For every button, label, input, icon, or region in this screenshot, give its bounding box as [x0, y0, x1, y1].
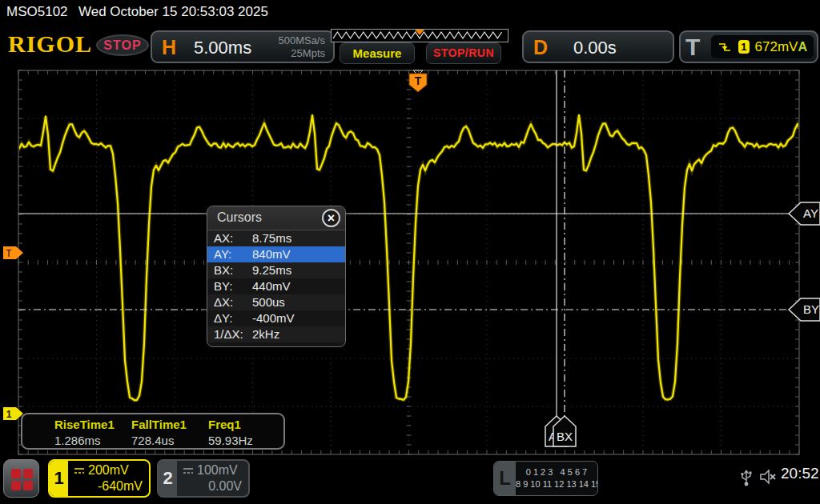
trigger-mode: A [798, 40, 807, 54]
stop-run-button[interactable]: STOP/RUN [426, 42, 501, 64]
delay-value: 0.00s [573, 38, 617, 58]
logic-channels-indicator[interactable]: L 0 1 2 3 4 5 6 78 9 10 11 12 13 14 15 [493, 461, 598, 496]
falling-edge-icon [718, 41, 730, 54]
delay-panel[interactable]: D 0.00s [522, 30, 674, 63]
svg-text:T: T [6, 248, 12, 259]
trigger-label: T [685, 34, 700, 61]
svg-text:T: T [415, 74, 422, 87]
dc-coupling-icon [74, 466, 86, 475]
timebase-value: 5.00ms [194, 38, 251, 58]
horizontal-label: H [162, 36, 176, 59]
cursor-row-ay-selected[interactable]: AY:840mV [207, 246, 345, 262]
svg-text:1: 1 [6, 409, 12, 420]
logic-channel-numbers: 0 1 2 3 4 5 6 78 9 10 11 12 13 14 15 [516, 462, 597, 495]
datetime: Wed October 15 20:53:03 2025 [78, 4, 268, 20]
cursors-dialog-title: Cursors [217, 210, 262, 225]
measure-button[interactable]: Measure [340, 42, 415, 64]
bottom-bar: 1 200mV -640mV 2 100mV 0.00V L 0 1 2 3 4… [0, 456, 820, 504]
cursor-row-by[interactable]: BY:440mV [207, 278, 345, 294]
svg-text:AY: AY [803, 206, 818, 220]
rigol-logo: RIGOL [8, 30, 92, 58]
menu-grid-button[interactable] [3, 459, 39, 498]
speaker-muted-icon[interactable] [758, 467, 778, 486]
grid-icon [11, 469, 33, 490]
cursor-row-dx[interactable]: ΔX:500us [207, 294, 345, 310]
trigger-panel[interactable]: T 1 672mV A [679, 30, 818, 63]
cursors-dialog-titlebar[interactable]: Cursors × [207, 206, 345, 230]
cursor-row-ax[interactable]: AX:8.75ms [207, 230, 345, 246]
samplerate-memdepth: 500MSa/s25Mpts [278, 34, 325, 60]
channel2-indicator[interactable]: 2 100mV 0.00V [157, 459, 250, 498]
clock: 20:52 [781, 465, 819, 482]
channel2-tab: 2 [159, 461, 177, 496]
usb-icon [740, 467, 753, 488]
titlebar: MSO5102 Wed October 15 20:53:03 2025 [0, 0, 820, 24]
run-state-badge: STOP [96, 34, 149, 56]
trigger-level-value: 672mV [755, 39, 798, 55]
svg-text:BY: BY [803, 302, 819, 316]
channel1-tab: 1 [50, 461, 68, 496]
cursor-row-bx[interactable]: BX:9.25ms [207, 262, 345, 278]
header-bar: RIGOL STOP H 5.00ms 500MSa/s25Mpts Measu… [0, 24, 820, 67]
model-name: MSO5102 [6, 4, 68, 20]
memory-position-marker-icon[interactable] [415, 30, 424, 35]
channel1-indicator[interactable]: 1 200mV -640mV [48, 459, 151, 498]
channel1-readout: 200mV -640mV [68, 461, 149, 496]
waveform-display[interactable]: AYBYAXBXTT1 [0, 67, 820, 461]
close-icon[interactable]: × [322, 209, 340, 227]
measurement-falltime[interactable]: FallTime1 728.4us [122, 414, 199, 448]
svg-text:BX: BX [557, 430, 573, 443]
trigger-source-badge: 1 [738, 40, 750, 54]
measurement-freq[interactable]: Freq1 59.93Hz [199, 414, 275, 448]
measurement-risetime[interactable]: RiseTime1 1.286ms [45, 414, 122, 448]
cursor-row-inv-dx[interactable]: 1/ΔX:2kHz [207, 326, 345, 342]
dc-coupling-icon [183, 466, 195, 475]
logic-tab: L [494, 462, 516, 495]
trigger-readout: 1 672mV A [711, 35, 814, 58]
delay-label: D [533, 36, 548, 59]
channel2-readout: 100mV 0.00V [177, 461, 248, 496]
cursor-row-dy[interactable]: ΔY:-400mV [207, 310, 345, 326]
cursors-dialog-body: AX:8.75ms AY:840mV BX:9.25ms BY:440mV ΔX… [207, 230, 345, 342]
measurement-panel[interactable]: RiseTime1 1.286ms FallTime1 728.4us Freq… [21, 413, 285, 450]
horizontal-panel[interactable]: H 5.00ms 500MSa/s25Mpts [151, 30, 335, 63]
cursors-dialog[interactable]: Cursors × AX:8.75ms AY:840mV BX:9.25ms B… [207, 206, 346, 347]
